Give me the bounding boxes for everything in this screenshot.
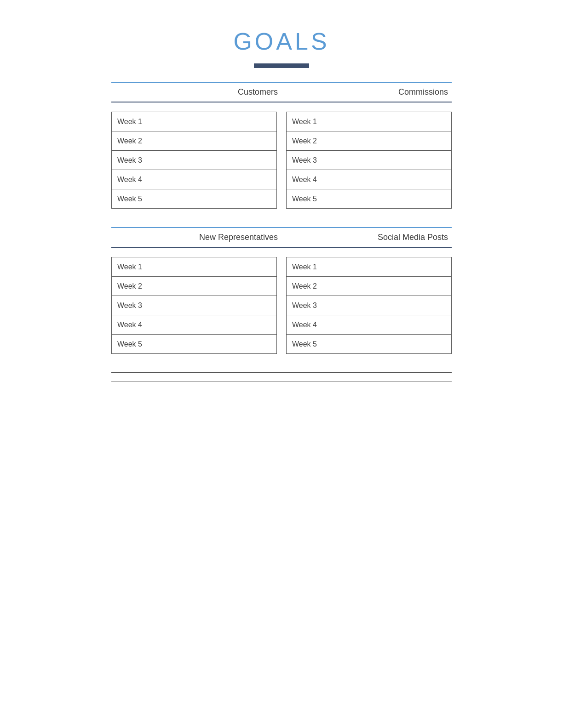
table-row: Week 2 (112, 131, 277, 151)
section-reps-social: New Representatives Social Media Posts W… (111, 227, 452, 354)
customers-table-container: Week 1 Week 2 Week 3 Week 4 Week 5 (111, 112, 277, 209)
week-cell: Week 5 (287, 335, 452, 354)
week-cell: Week 4 (112, 170, 277, 189)
new-reps-label: New Representatives (111, 228, 282, 248)
week-cell: Week 5 (112, 335, 277, 354)
table-row: Week 2 (112, 277, 277, 296)
table-row: Week 1 (287, 257, 452, 277)
table-row: Week 4 (112, 170, 277, 189)
social-media-table: Week 1 Week 2 Week 3 Week 4 Week 5 (286, 257, 452, 354)
section-2-tables: Week 1 Week 2 Week 3 Week 4 Week 5 Week … (111, 257, 452, 354)
table-row: Week 4 (287, 170, 452, 189)
table-row: Week 2 (287, 131, 452, 151)
bottom-line-1 (111, 372, 452, 373)
week-cell: Week 1 (112, 257, 277, 277)
week-cell: Week 1 (287, 257, 452, 277)
week-cell: Week 2 (287, 277, 452, 296)
week-cell: Week 5 (112, 189, 277, 209)
bottom-lines (111, 372, 452, 381)
customers-table: Week 1 Week 2 Week 3 Week 4 Week 5 (111, 112, 277, 209)
week-cell: Week 5 (287, 189, 452, 209)
table-row: Week 3 (112, 296, 277, 315)
week-cell: Week 4 (287, 315, 452, 335)
week-cell: Week 4 (287, 170, 452, 189)
social-media-table-container: Week 1 Week 2 Week 3 Week 4 Week 5 (286, 257, 452, 354)
week-cell: Week 2 (287, 131, 452, 151)
commissions-table-container: Week 1 Week 2 Week 3 Week 4 Week 5 (286, 112, 452, 209)
week-cell: Week 1 (112, 112, 277, 131)
week-cell: Week 3 (112, 296, 277, 315)
table-row: Week 4 (112, 315, 277, 335)
new-reps-table: Week 1 Week 2 Week 3 Week 4 Week 5 (111, 257, 277, 354)
table-row: Week 3 (112, 151, 277, 170)
week-cell: Week 2 (112, 277, 277, 296)
week-cell: Week 4 (112, 315, 277, 335)
title-bar (254, 63, 309, 68)
table-row: Week 3 (287, 296, 452, 315)
week-cell: Week 3 (287, 296, 452, 315)
table-row: Week 1 (112, 257, 277, 277)
commissions-table: Week 1 Week 2 Week 3 Week 4 Week 5 (286, 112, 452, 209)
section-2-header: New Representatives Social Media Posts (111, 227, 452, 248)
page: GOALS Customers Commissions Week 1 Week … (75, 0, 488, 417)
table-row: Week 5 (112, 335, 277, 354)
table-row: Week 1 (287, 112, 452, 131)
new-reps-table-container: Week 1 Week 2 Week 3 Week 4 Week 5 (111, 257, 277, 354)
week-cell: Week 1 (287, 112, 452, 131)
bottom-line-2 (111, 381, 452, 381)
table-row: Week 2 (287, 277, 452, 296)
table-row: Week 5 (287, 335, 452, 354)
section-customers-commissions: Customers Commissions Week 1 Week 2 Week… (111, 82, 452, 209)
table-row: Week 4 (287, 315, 452, 335)
section-1-header: Customers Commissions (111, 82, 452, 102)
section-1-tables: Week 1 Week 2 Week 3 Week 4 Week 5 Week … (111, 112, 452, 209)
table-row: Week 1 (112, 112, 277, 131)
week-cell: Week 3 (287, 151, 452, 170)
week-cell: Week 3 (112, 151, 277, 170)
social-media-label: Social Media Posts (282, 228, 452, 248)
table-row: Week 3 (287, 151, 452, 170)
week-cell: Week 2 (112, 131, 277, 151)
table-row: Week 5 (287, 189, 452, 209)
page-title: GOALS (111, 28, 452, 55)
commissions-label: Commissions (282, 83, 452, 102)
customers-label: Customers (111, 83, 282, 102)
table-row: Week 5 (112, 189, 277, 209)
